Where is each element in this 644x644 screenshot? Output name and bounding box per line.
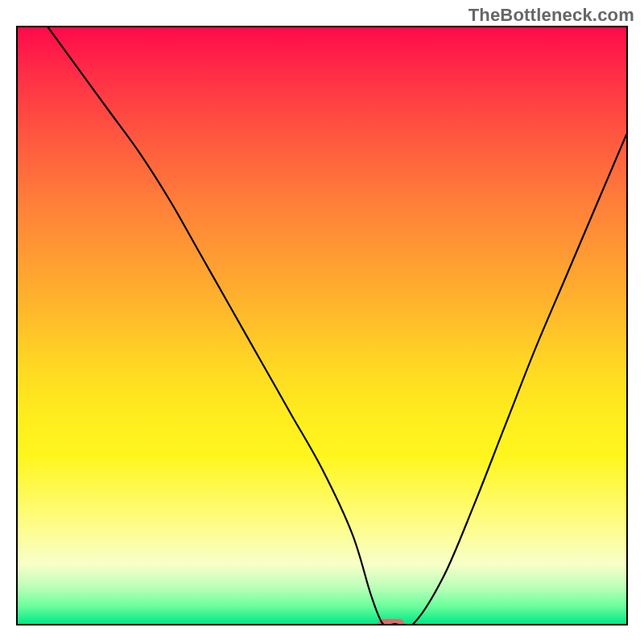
- watermark-text: TheBottleneck.com: [469, 5, 634, 26]
- sweet-spot-marker: [378, 619, 405, 625]
- heat-gradient: [18, 27, 626, 624]
- plot-area: [16, 26, 628, 625]
- chart-container: TheBottleneck.com: [0, 0, 644, 644]
